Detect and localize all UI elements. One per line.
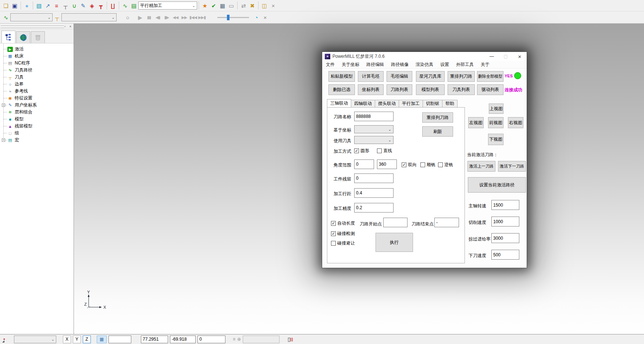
sim-tool-icon[interactable]: ┬ xyxy=(53,13,61,22)
circle-checkbox[interactable]: ✓ xyxy=(354,148,359,153)
lightbulb-icon[interactable]: ○ xyxy=(123,13,132,22)
grid-size-input[interactable] xyxy=(108,336,131,343)
panel-restore-icon[interactable]: ▫ xyxy=(63,24,67,29)
minimize-button[interactable]: — xyxy=(485,52,499,61)
coord-dropdown[interactable]: ⌄ xyxy=(354,125,394,133)
conventional-checkbox[interactable] xyxy=(438,162,443,167)
rewind-icon[interactable]: ◀◀ xyxy=(171,13,180,22)
coordinate-x-input[interactable] xyxy=(141,336,168,343)
cutting-speed-input[interactable] xyxy=(491,217,519,227)
angle-end-input[interactable] xyxy=(377,159,397,169)
calc-block-button[interactable]: 计算毛坯 xyxy=(358,71,384,82)
sim-tool-dropdown[interactable]: ⌄ xyxy=(61,13,117,21)
grid-toggle-button[interactable]: ▦ xyxy=(97,336,107,343)
tree-item-groups[interactable]: □ 组 xyxy=(2,130,74,137)
set-active-path-button[interactable]: 设置当前激活路径 xyxy=(468,177,526,193)
right-view-button[interactable]: 右视图 xyxy=(508,117,523,128)
tree-item-macros[interactable]: + ▤ 宏 xyxy=(2,137,74,144)
pattern-icon[interactable]: ◈ xyxy=(88,1,96,10)
skim-feed-input[interactable] xyxy=(491,233,519,243)
skip-end-icon[interactable]: ▶▶▮ xyxy=(198,13,206,22)
coord-list-button[interactable]: 坐标列表 xyxy=(358,84,384,95)
tree-item-boundaries[interactable]: ○ 边界 xyxy=(2,81,74,88)
rearrange-button[interactable]: 重排列刀路 xyxy=(422,112,453,123)
feeds-speeds-icon[interactable]: ≡ xyxy=(52,1,61,10)
top-view-button[interactable]: 上视图 xyxy=(489,103,504,114)
bottom-view-button[interactable]: 下视图 xyxy=(488,134,504,145)
compare-models-icon[interactable]: ◫ xyxy=(260,1,269,10)
model-list-button[interactable]: 模型列表 xyxy=(416,84,445,95)
menu-ext-tools[interactable]: 外部工具 xyxy=(456,62,474,68)
close-sim-toolbar-icon[interactable]: × xyxy=(261,13,270,22)
calculator-icon[interactable]: ▦ xyxy=(218,1,227,10)
collision-avoid-checkbox[interactable] xyxy=(331,241,336,246)
toolpath-icon[interactable]: ∿ xyxy=(121,1,129,10)
tab-explorer-tree[interactable] xyxy=(1,31,15,43)
fast-forward-icon[interactable]: ▶▶ xyxy=(180,13,189,22)
expand-icon[interactable]: + xyxy=(2,138,5,142)
delete-selected-button[interactable]: 删除已选 xyxy=(328,84,355,95)
block-edit-button[interactable]: 毛坯编辑 xyxy=(387,71,412,82)
angle-start-input[interactable] xyxy=(354,159,374,169)
tool-holder-icon[interactable]: ∐ xyxy=(108,1,117,10)
workplane-dropdown[interactable]: ⌄ xyxy=(14,336,56,343)
tab-help[interactable]: 帮助 xyxy=(442,100,458,108)
tab-levels-globe[interactable] xyxy=(16,31,30,43)
graphics-viewport[interactable]: Y X Z ★ PowerMILL 忆梦星河 7.0.6 — ▢ × xyxy=(74,24,644,334)
tolerance-input[interactable] xyxy=(354,203,394,213)
clock-icon[interactable]: ◔ xyxy=(252,13,261,22)
tracking-widget[interactable]: ● xyxy=(1,336,12,343)
drive-list-button[interactable]: 驱动列表 xyxy=(477,84,504,95)
tab-3axis[interactable]: 三轴联动 xyxy=(327,99,351,108)
left-view-button[interactable]: 左视图 xyxy=(468,117,484,128)
play-icon[interactable]: ▶ xyxy=(136,13,145,22)
xyz-readout-icon[interactable]: ≡ xyxy=(233,337,235,342)
panel-close-icon[interactable]: × xyxy=(68,24,73,29)
paste-model-button[interactable]: 粘贴新模型 xyxy=(328,71,355,82)
line-checkbox[interactable] xyxy=(377,148,382,153)
delete-all-models-button[interactable]: 删除全部模型 xyxy=(477,71,504,82)
rearrange-toolpaths-button[interactable]: 重排列刀路 xyxy=(448,71,475,82)
block-icon[interactable]: ▧ xyxy=(35,1,43,10)
strategy-dropdown[interactable]: 平行精加工 ⌄ xyxy=(138,1,197,10)
axis-z-button[interactable]: Z xyxy=(83,336,91,343)
speed-slider[interactable] xyxy=(217,17,249,18)
tree-item-tools[interactable]: ┬ 刀具 xyxy=(2,74,74,81)
menu-render-sim[interactable]: 渲染仿真 xyxy=(416,62,433,68)
close-button[interactable]: × xyxy=(513,52,527,61)
step-back-icon[interactable]: ◀▮ xyxy=(153,13,162,22)
tree-item-models[interactable]: ■ 模型 xyxy=(2,116,74,123)
toolpath-name-input[interactable] xyxy=(354,112,394,121)
clipboard-panel-icon[interactable]: ▯ || xyxy=(288,336,293,342)
dock-grip[interactable] xyxy=(1,27,64,28)
tree-item-activate[interactable]: ▶ 激活 xyxy=(2,46,74,53)
bidirectional-checkbox[interactable]: ✓ xyxy=(402,162,406,167)
skip-start-icon[interactable]: ▮◀◀ xyxy=(189,13,198,22)
dock-grip[interactable] xyxy=(1,25,64,26)
auto-length-checkbox[interactable]: ✓ xyxy=(331,221,336,226)
tree-item-levels-sets[interactable]: ≋ 层和组合 xyxy=(2,109,74,116)
coordinate-z-input[interactable] xyxy=(198,336,225,343)
menu-path-edit[interactable]: 路径编辑 xyxy=(366,62,384,68)
tool-library-button[interactable]: 星河刀具库 xyxy=(416,71,445,82)
shaded-ball-icon[interactable]: ● xyxy=(22,1,31,10)
maximize-button[interactable]: ▢ xyxy=(499,52,513,61)
tool-icon[interactable]: ┳ xyxy=(96,1,105,10)
dialog-titlebar[interactable]: ★ PowerMILL 忆梦星河 7.0.6 — ▢ × xyxy=(322,52,527,61)
leads-links-icon[interactable]: ∪ xyxy=(70,1,79,10)
tool-change-icon[interactable]: ⇄ xyxy=(239,1,248,10)
tree-item-workplanes[interactable]: + ✎ 用户坐标系 xyxy=(2,102,74,109)
menu-path-mirror[interactable]: 路径镜像 xyxy=(391,62,409,68)
estimate-icon[interactable]: ▭ xyxy=(227,1,236,10)
axis-y-button[interactable]: Y xyxy=(73,336,81,343)
tab-saw[interactable]: 切割锯 xyxy=(423,100,442,108)
tree-item-stock-models[interactable]: ▲ 残留模型 xyxy=(2,123,74,130)
climb-checkbox[interactable] xyxy=(420,162,425,167)
tool-start-point-icon[interactable]: ┬ xyxy=(61,1,70,10)
tab-recycle-bin[interactable] xyxy=(31,31,45,43)
close-toolbar-icon[interactable]: × xyxy=(269,1,278,10)
spindle-speed-input[interactable] xyxy=(491,200,519,210)
tab-4axis[interactable]: 四轴联动 xyxy=(351,100,375,108)
menu-about[interactable]: 关于 xyxy=(481,62,490,68)
stepover-input[interactable] xyxy=(354,188,394,198)
